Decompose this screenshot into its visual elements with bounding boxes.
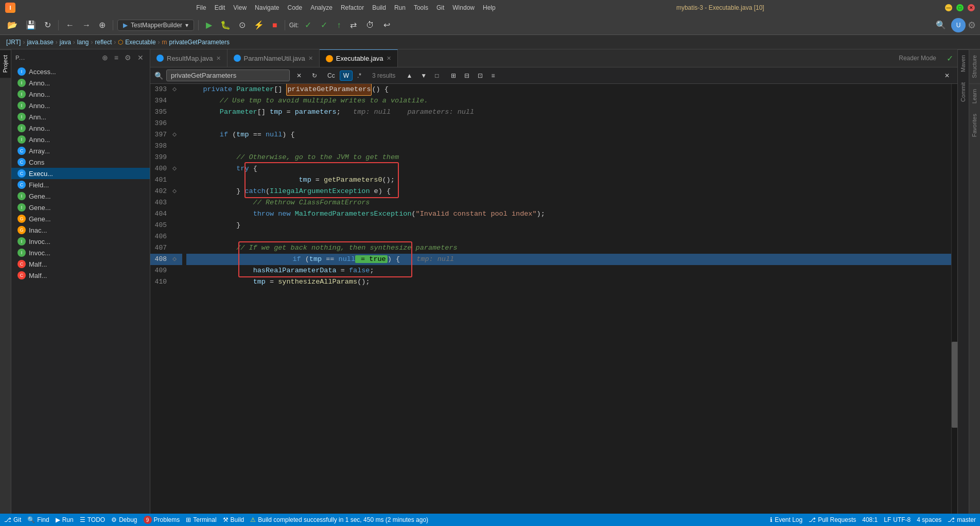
- sidebar-close-button[interactable]: ✕: [135, 52, 146, 63]
- sync-button[interactable]: ↻: [41, 19, 54, 31]
- find-clear-button[interactable]: ✕: [293, 71, 305, 81]
- reader-mode-button[interactable]: Reader Mode: [892, 55, 942, 62]
- find-refresh-button[interactable]: ↻: [308, 71, 321, 81]
- find-options2-button[interactable]: ⊟: [461, 71, 473, 81]
- stop-button[interactable]: ■: [269, 19, 281, 31]
- menu-navigate[interactable]: Navigate: [255, 4, 279, 11]
- minimap-thumb[interactable]: [952, 342, 957, 428]
- sidebar-item-invoc0[interactable]: I Invoc...: [11, 236, 150, 247]
- recent-button[interactable]: ⊕: [96, 19, 109, 31]
- git-check-button[interactable]: ✓: [302, 19, 314, 31]
- sidebar-item-gene1[interactable]: I Gene...: [11, 202, 150, 213]
- learn-panel-label[interactable]: Learn: [969, 83, 980, 109]
- sidebar-item-malf0[interactable]: C Malf...: [11, 258, 150, 270]
- structure-panel-label[interactable]: Structure: [969, 49, 980, 83]
- minimap[interactable]: [951, 84, 957, 514]
- statusbar-branch[interactable]: ⎇ master: [948, 516, 976, 523]
- statusbar-build[interactable]: ⚒ Build: [223, 516, 244, 523]
- minimize-button[interactable]: —: [945, 4, 952, 11]
- statusbar-git[interactable]: ⎇ Git: [4, 516, 21, 523]
- find-filter2-button[interactable]: ≡: [487, 71, 498, 81]
- git-revert-button[interactable]: ↩: [380, 19, 393, 31]
- breadcrumb-java[interactable]: java: [60, 39, 71, 46]
- sidebar-item-gene0[interactable]: I Gene...: [11, 190, 150, 202]
- git-history-button[interactable]: ⏱: [363, 19, 377, 31]
- sidebar-item-inac[interactable]: G Inac...: [11, 224, 150, 236]
- breadcrumb-jrt[interactable]: [JRT]: [6, 39, 21, 46]
- sidebar-item-cons[interactable]: C Cons: [11, 156, 150, 168]
- find-prev-button[interactable]: ▲: [402, 71, 416, 81]
- sidebar-item-array[interactable]: C Array...: [11, 145, 150, 156]
- statusbar-find[interactable]: 🔍 Find: [27, 516, 49, 523]
- find-filter-button[interactable]: ⊡: [474, 71, 486, 81]
- sidebar-item-anno3[interactable]: I Anno...: [11, 122, 150, 134]
- tab-executable-close[interactable]: ✕: [387, 55, 391, 62]
- code-content[interactable]: private Parameter[] privateGetParameters…: [182, 84, 951, 514]
- statusbar-terminal[interactable]: ⊞ Terminal: [186, 516, 216, 523]
- sidebar-item-anno2[interactable]: I Anno...: [11, 100, 150, 111]
- menu-window[interactable]: Window: [452, 4, 475, 11]
- sidebar-item-gene2[interactable]: G Gene...: [11, 213, 150, 224]
- menu-edit[interactable]: Edit: [215, 4, 225, 11]
- statusbar-problems[interactable]: 9 Problems: [144, 516, 180, 524]
- find-word-button[interactable]: W: [340, 71, 353, 81]
- search-everywhere-button[interactable]: 🔍: [933, 19, 949, 31]
- menu-git[interactable]: Git: [436, 4, 444, 11]
- git-push-button[interactable]: ↑: [334, 19, 344, 31]
- profile-button[interactable]: ⚡: [251, 19, 267, 31]
- favorites-panel-label[interactable]: Favorites: [969, 109, 980, 142]
- breadcrumb-lang[interactable]: lang: [77, 39, 89, 46]
- find-matchcase-button[interactable]: Cc: [324, 71, 339, 81]
- statusbar-todo[interactable]: ☰ TODO: [80, 516, 105, 523]
- tab-resultmap[interactable]: ResultMap.java ✕: [150, 49, 227, 67]
- run-config-dropdown[interactable]: ▶ TestMapperBuilder ▾: [117, 20, 194, 31]
- menu-analyze[interactable]: Analyze: [310, 4, 332, 11]
- menu-run[interactable]: Run: [394, 4, 406, 11]
- debug-button[interactable]: 🐛: [217, 19, 234, 31]
- find-expand-button[interactable]: □: [431, 71, 442, 81]
- menu-refactor[interactable]: Refactor: [341, 4, 364, 11]
- sidebar-item-access[interactable]: I Access...: [11, 66, 150, 77]
- sidebar-item-executable[interactable]: C Execu...: [11, 168, 150, 179]
- git-commit-button[interactable]: ✓: [318, 19, 330, 31]
- tab-resultmap-close[interactable]: ✕: [216, 55, 221, 62]
- sidebar-item-field[interactable]: C Field...: [11, 179, 150, 190]
- git-fetch-button[interactable]: ⇄: [347, 19, 360, 31]
- breadcrumb-method[interactable]: privateGetParameters: [169, 39, 230, 46]
- back-button[interactable]: ←: [63, 19, 77, 31]
- breadcrumb-reflect[interactable]: reflect: [95, 39, 112, 46]
- close-button[interactable]: ✕: [968, 4, 975, 11]
- find-regex-button[interactable]: .*: [354, 71, 365, 81]
- find-next-button[interactable]: ▼: [417, 71, 430, 81]
- tab-paramnameutil-close[interactable]: ✕: [308, 55, 313, 62]
- menu-help[interactable]: Help: [483, 4, 496, 11]
- sidebar-collapse-button[interactable]: ≡: [112, 52, 120, 63]
- user-avatar[interactable]: U: [951, 18, 966, 32]
- code-editor[interactable]: 393 ◇ 394 395 396: [150, 84, 957, 514]
- find-close-button[interactable]: ✕: [941, 71, 953, 81]
- menu-code[interactable]: Code: [287, 4, 302, 11]
- save-button[interactable]: 💾: [23, 19, 39, 31]
- sidebar-locate-button[interactable]: ⊕: [100, 52, 110, 63]
- statusbar-encoding[interactable]: LF UTF-8: [884, 516, 911, 523]
- sidebar-item-ann[interactable]: I Ann...: [11, 111, 150, 122]
- find-input[interactable]: [166, 69, 290, 81]
- statusbar-run[interactable]: ▶ Run: [56, 516, 74, 523]
- maven-panel-label[interactable]: Maven: [958, 49, 969, 77]
- tab-executable[interactable]: Executable.java ✕: [320, 49, 398, 67]
- maximize-button[interactable]: □: [956, 4, 964, 11]
- menu-build[interactable]: Build: [372, 4, 386, 11]
- sidebar-item-anno0[interactable]: I Anno...: [11, 77, 150, 89]
- sidebar-item-anno1[interactable]: I Anno...: [11, 89, 150, 100]
- sidebar-item-malf1[interactable]: C Malf...: [11, 270, 150, 281]
- statusbar-event-log[interactable]: ℹ Event Log: [770, 516, 802, 523]
- breadcrumb-executable[interactable]: Executable: [125, 39, 155, 46]
- sidebar-settings-button[interactable]: ⚙: [122, 52, 133, 63]
- breadcrumb-java-base[interactable]: java.base: [27, 39, 53, 46]
- sidebar-item-anno4[interactable]: I Anno...: [11, 134, 150, 145]
- coverage-button[interactable]: ⊙: [236, 19, 249, 31]
- menu-tools[interactable]: Tools: [414, 4, 428, 11]
- sidebar-item-invoc1[interactable]: I Invoc...: [11, 247, 150, 258]
- run-button[interactable]: ▶: [203, 19, 215, 31]
- find-multiline-button[interactable]: ⊞: [447, 71, 460, 81]
